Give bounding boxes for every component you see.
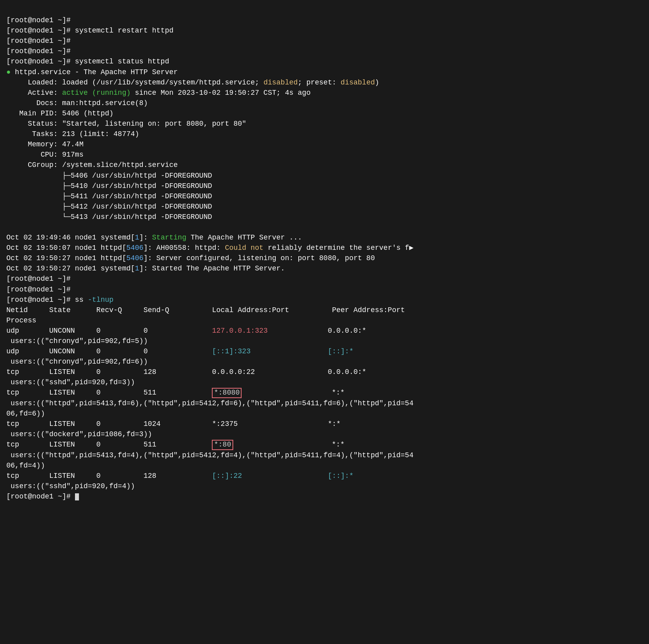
cursor (75, 493, 79, 500)
terminal-output: [root@node1 ~]# [root@node1 ~]# systemct… (6, 5, 643, 502)
line-1: [root@node1 ~]# [root@node1 ~]# systemct… (6, 16, 413, 500)
